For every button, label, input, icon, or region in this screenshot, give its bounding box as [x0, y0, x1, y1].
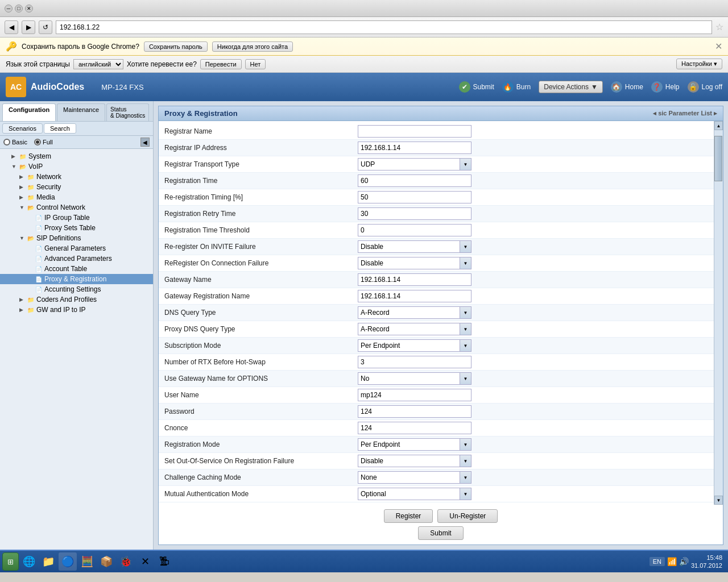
mode-full[interactable]: Full	[34, 139, 53, 146]
submit-button[interactable]: Submit	[418, 526, 463, 540]
tree-item-security[interactable]: ▶📁 Security	[0, 182, 153, 192]
taskbar-zip-icon[interactable]: 🗜	[155, 552, 173, 571]
form-input-re-registration-timing-[%][interactable]	[358, 191, 471, 203]
chevron-down-icon[interactable]: ▼	[460, 373, 471, 384]
form-select-dns-query-type[interactable]: A-Record▼	[358, 306, 471, 319]
scroll-track[interactable]	[714, 130, 723, 496]
device-actions-dropdown[interactable]: Device Actions ▼	[539, 81, 603, 93]
chevron-down-icon[interactable]: ▼	[460, 439, 471, 450]
forward-button[interactable]: ▶	[22, 20, 35, 34]
tree-item-gw-and-ip-to-ip[interactable]: ▶📁 GW and IP to IP	[0, 305, 153, 315]
tree-item-coders-and-profiles[interactable]: ▶📁 Coders And Profiles	[0, 294, 153, 305]
tree-item-network[interactable]: ▶📁 Network	[0, 172, 153, 182]
scroll-down-button[interactable]: ▼	[714, 496, 723, 505]
tree-item-media[interactable]: ▶📁 Media	[0, 192, 153, 202]
help-header-button[interactable]: ❓ Help	[651, 81, 680, 93]
form-input-cnonce[interactable]	[358, 422, 471, 434]
logoff-header-button[interactable]: 🔓 Log off	[688, 81, 722, 93]
scroll-up-button[interactable]: ▲	[714, 121, 723, 130]
chevron-down-icon[interactable]: ▼	[460, 488, 471, 500]
translate-button[interactable]: Перевести	[200, 59, 242, 69]
chevron-down-icon[interactable]: ▼	[460, 340, 471, 351]
tab-status-diagnostics[interactable]: Status & Diagnostics	[106, 103, 149, 121]
form-input-gateway-registration-name[interactable]	[358, 290, 471, 302]
back-button[interactable]: ◀	[5, 20, 18, 34]
no-translate-button[interactable]: Нет	[245, 59, 266, 69]
taskbar-x-icon[interactable]: ✕	[136, 552, 154, 571]
submit-header-button[interactable]: ✔ Submit	[459, 81, 494, 93]
collapse-sidebar-button[interactable]: ◀	[140, 138, 150, 147]
form-select-registrar-transport-type[interactable]: UDP▼	[358, 158, 471, 171]
form-select-subscription-mode[interactable]: Per Endpoint▼	[358, 339, 471, 352]
home-header-button[interactable]: 🏠 Home	[611, 81, 643, 93]
form-input-user-name[interactable]	[358, 389, 471, 401]
form-select-mutual-authentication-mode[interactable]: Optional▼	[358, 488, 471, 500]
chevron-down-icon[interactable]: ▼	[460, 159, 471, 170]
start-button[interactable]: ⊞	[2, 552, 19, 571]
form-select-reregister-on-connection-failure[interactable]: Disable▼	[358, 257, 471, 269]
tree-item-advanced-parameters[interactable]: 📄 Advanced Parameters	[0, 253, 153, 264]
unregister-button[interactable]: Un-Register	[437, 509, 498, 523]
form-input-registration-time[interactable]	[358, 174, 471, 187]
chevron-down-icon[interactable]: ▼	[460, 257, 471, 269]
search-button[interactable]: Search	[44, 123, 76, 134]
taskbar-ie-icon[interactable]: 🌐	[20, 552, 38, 571]
mode-basic[interactable]: Basic	[3, 139, 27, 146]
tree-item-proxy-sets-table[interactable]: 📄 Proxy Sets Table	[0, 223, 153, 233]
window-controls[interactable]: ─ □ ✕	[5, 5, 33, 13]
form-select-use-gateway-name-for-options[interactable]: No▼	[358, 372, 471, 385]
refresh-button[interactable]: ↺	[39, 20, 52, 34]
form-select-re-register-on-invite-failure[interactable]: Disable▼	[358, 240, 471, 253]
tab-maintenance[interactable]: Maintenance	[57, 103, 105, 121]
form-select-challenge-caching-mode[interactable]: None▼	[358, 471, 471, 484]
burn-header-button[interactable]: 🔥 Burn	[502, 81, 531, 93]
bookmark-icon[interactable]: ☆	[715, 22, 723, 32]
language-select[interactable]: английский	[73, 59, 123, 69]
tree-item-general-parameters[interactable]: 📄 General Parameters	[0, 243, 153, 253]
dismiss-bar-button[interactable]: ✕	[715, 41, 722, 52]
scrollbar[interactable]: ▲ ▼	[714, 121, 723, 505]
lang-settings-button[interactable]: Настройки ▾	[676, 59, 722, 69]
form-input-password[interactable]	[358, 405, 471, 418]
tree-item-control-network[interactable]: ▼📂 Control Network	[0, 202, 153, 213]
form-input-number-of-rtx-before-hot-swap[interactable]	[358, 356, 471, 368]
form-input-gateway-name[interactable]	[358, 273, 471, 286]
scroll-thumb[interactable]	[714, 136, 722, 181]
tab-configuration[interactable]: Configuration	[2, 103, 56, 121]
tree-item-voip[interactable]: ▼📂 VoIP	[0, 161, 153, 172]
basic-radio[interactable]	[3, 139, 10, 146]
form-select-proxy-dns-query-type[interactable]: A-Record▼	[358, 323, 471, 335]
form-select-registration-mode[interactable]: Per Endpoint▼	[358, 438, 471, 451]
taskbar-explorer-icon[interactable]: 📁	[39, 552, 57, 571]
never-save-button[interactable]: Никогда для этого сайта	[212, 41, 293, 52]
tree-item-proxy-&-registration[interactable]: 📄 Proxy & Registration	[0, 274, 153, 284]
tree-item-accunting-settings[interactable]: 📄 Accunting Settings	[0, 284, 153, 294]
form-input-registration-time-threshold[interactable]	[358, 224, 471, 236]
taskbar-bug-icon[interactable]: 🐞	[117, 552, 135, 571]
tree-item-ip-group-table[interactable]: 📄 IP Group Table	[0, 213, 153, 223]
chevron-down-icon[interactable]: ▼	[460, 323, 471, 335]
save-password-button[interactable]: Сохранить пароль	[144, 41, 208, 52]
chevron-down-icon[interactable]: ▼	[460, 472, 471, 483]
tree-item-account-table[interactable]: 📄 Account Table	[0, 264, 153, 274]
chevron-down-icon[interactable]: ▼	[460, 455, 471, 467]
maximize-button[interactable]: □	[15, 5, 23, 13]
taskbar-chrome-icon[interactable]: 🔵	[59, 552, 77, 571]
chevron-down-icon[interactable]: ▼	[460, 307, 471, 318]
tree-item-system[interactable]: ▶📁 System	[0, 151, 153, 161]
register-button[interactable]: Register	[384, 509, 433, 523]
address-bar[interactable]	[56, 20, 712, 34]
close-button[interactable]: ✕	[25, 5, 33, 13]
chevron-down-icon[interactable]: ▼	[460, 241, 471, 252]
full-radio[interactable]	[34, 139, 41, 146]
form-select-set-out-of-service-on-registration-failure[interactable]: Disable▼	[358, 455, 471, 467]
minimize-button[interactable]: ─	[5, 5, 13, 13]
tree-item-sip-definitions[interactable]: ▼📂 SIP Definitions	[0, 233, 153, 243]
scenarios-button[interactable]: Scenarios	[2, 123, 43, 134]
form-input-registrar-ip-address[interactable]	[358, 142, 471, 154]
parameter-list-link[interactable]: ◂ sic Parameter List ▸	[653, 110, 717, 117]
form-input-registration-retry-time[interactable]	[358, 207, 471, 220]
taskbar-vm-icon[interactable]: 📦	[97, 552, 115, 571]
form-input-registrar-name[interactable]	[358, 125, 471, 138]
taskbar-calculator-icon[interactable]: 🧮	[78, 552, 96, 571]
